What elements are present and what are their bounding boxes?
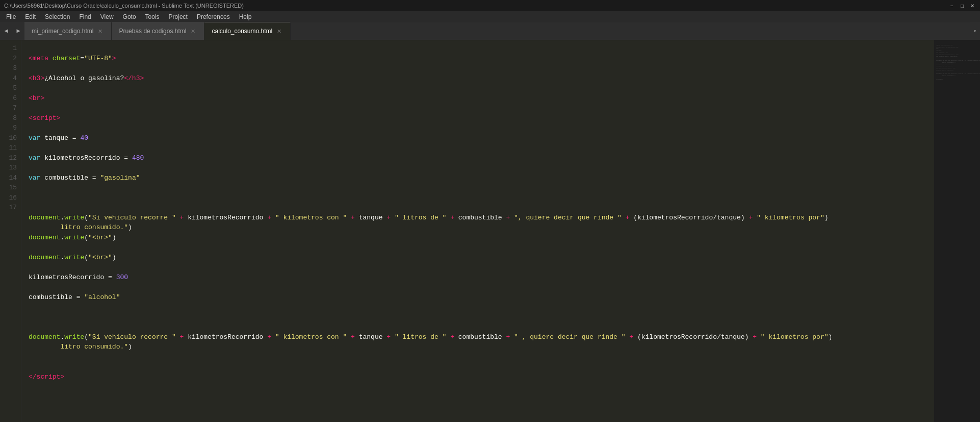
line-num-8: 8 [3, 113, 17, 123]
tab-nav-right[interactable]: ▶ [12, 22, 24, 40]
line-num-2: 2 [3, 54, 17, 64]
code-line-3: <br> [29, 93, 934, 104]
line-num-5: 5 [3, 83, 17, 93]
menu-help[interactable]: Help [235, 12, 256, 21]
tab-pruebas[interactable]: Pruebas de codigos.html ✕ [112, 22, 204, 40]
line-num-4: 4 [3, 73, 17, 84]
tab-overflow-btn[interactable]: ▾ [970, 22, 980, 40]
menu-tools[interactable]: Tools [141, 12, 164, 21]
line-num-10: 10 [3, 133, 17, 143]
minimize-button[interactable]: − [948, 2, 956, 9]
code-line-1: <meta charset="UTF-8"> [29, 54, 934, 64]
title-bar-controls: − □ ✕ [948, 2, 976, 9]
menu-project[interactable]: Project [165, 12, 192, 21]
line-num-7: 7 [3, 103, 17, 113]
minimap: <meta charset="UTF-8"> <h3>¿Alcohol o ga… [934, 40, 980, 422]
code-editor[interactable]: <meta charset="UTF-8"> <h3>¿Alcohol o ga… [21, 40, 934, 422]
tab-bar: ◀ ▶ mi_primer_codigo.html ✕ Pruebas de c… [0, 22, 980, 40]
code-line-7: var combustible = "gasolina" [29, 173, 934, 183]
title-bar: C:\Users\56961\Desktop\Curso Oracle\calc… [0, 0, 980, 11]
line-num-16: 16 [3, 193, 17, 203]
tab-close-calculo[interactable]: ✕ [275, 28, 283, 35]
line-num-6: 6 [3, 93, 17, 104]
editor: 1 2 3 4 5 6 7 8 9 10 11 12 13 14 15 16 1… [0, 40, 980, 422]
menu-view[interactable]: View [96, 12, 118, 21]
tab-label-calculo: calculo_consumo.html [212, 28, 272, 35]
code-line-5: var tanque = 40 [29, 133, 934, 143]
code-line-8 [29, 193, 934, 203]
code-line-17: </script> [29, 372, 934, 382]
menu-find[interactable]: Find [75, 12, 95, 21]
line-num-13: 13 [3, 163, 17, 173]
code-line-4: <script> [29, 113, 934, 123]
line-num-9: 9 [3, 123, 17, 133]
code-line-16 [29, 352, 934, 362]
tab-close-mi-primer[interactable]: ✕ [96, 28, 104, 35]
code-line-12: kilometrosRecorrido = 300 [29, 272, 934, 283]
tab-mi-primer-codigo[interactable]: mi_primer_codigo.html ✕ [24, 22, 112, 40]
maximize-button[interactable]: □ [959, 2, 966, 9]
menu-edit[interactable]: Edit [21, 12, 40, 21]
tab-label-pruebas: Pruebas de codigos.html [119, 28, 186, 35]
line-num-12: 12 [3, 153, 17, 163]
code-line-11: document.write("<br>") [29, 253, 934, 263]
menu-preferences[interactable]: Preferences [193, 12, 234, 21]
code-line-14 [29, 312, 934, 322]
tab-label-mi-primer: mi_primer_codigo.html [32, 28, 93, 35]
line-num-15: 15 [3, 183, 17, 193]
tab-nav-left[interactable]: ◀ [0, 22, 12, 40]
tab-close-pruebas[interactable]: ✕ [189, 28, 197, 35]
line-num-1: 1 [3, 43, 17, 54]
code-line-10: document.write("<br>") [29, 233, 934, 243]
line-num-14: 14 [3, 173, 17, 183]
menu-file[interactable]: File [2, 12, 20, 21]
code-line-2: <h3>¿Alcohol o gasolina?</h3> [29, 73, 934, 84]
menu-bar: File Edit Selection Find View Goto Tools… [0, 11, 980, 22]
title-bar-title: C:\Users\56961\Desktop\Curso Oracle\calc… [4, 3, 244, 9]
code-line-15: document.write("Si vehiculo recorre " + … [29, 332, 934, 342]
menu-goto[interactable]: Goto [119, 12, 140, 21]
code-line-9: document.write("Si vehiculo recorre " + … [29, 213, 934, 223]
line-num-3: 3 [3, 63, 17, 73]
line-num-11: 11 [3, 143, 17, 153]
line-numbers: 1 2 3 4 5 6 7 8 9 10 11 12 13 14 15 16 1… [0, 40, 21, 422]
tab-calculo-consumo[interactable]: calculo_consumo.html ✕ [204, 22, 291, 40]
minimap-content: <meta charset="UTF-8"> <h3>¿Alcohol o ga… [934, 40, 980, 85]
line-num-17: 17 [3, 203, 17, 213]
close-button[interactable]: ✕ [969, 2, 976, 9]
code-line-6: var kilometrosRecorrido = 480 [29, 153, 934, 163]
code-line-13: combustible = "alcohol" [29, 292, 934, 303]
menu-selection[interactable]: Selection [41, 12, 74, 21]
